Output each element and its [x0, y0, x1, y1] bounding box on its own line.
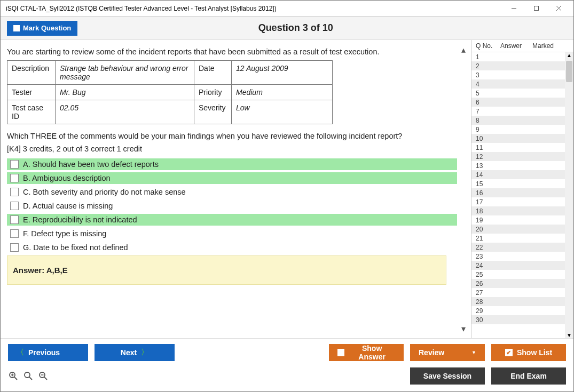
answer-option[interactable]: B. Ambiguous description [7, 172, 457, 184]
scroll-down-arrow-icon[interactable]: ▼ [567, 332, 572, 338]
option-text: C. Both severity and priority do not mak… [23, 188, 186, 196]
question-counter: Question 3 of 10 [77, 22, 567, 34]
incident-table: Description Strange tab behaviour and wr… [7, 60, 333, 124]
svg-rect-1 [534, 6, 538, 11]
question-list-row[interactable]: 8 [471, 116, 573, 125]
option-checkbox[interactable] [10, 215, 19, 224]
window-controls [503, 2, 569, 15]
titlebar: iSQI CTAL-TA_Syll2012 (ISTQB Certified T… [1, 1, 573, 17]
option-text: B. Ambiguous description [23, 174, 111, 182]
question-list-row[interactable]: 28 [471, 297, 573, 306]
save-session-button[interactable]: Save Session [410, 367, 485, 385]
answer-option[interactable]: D. Actual cause is missing [7, 200, 457, 212]
option-checkbox[interactable] [10, 188, 19, 196]
answer-option[interactable]: F. Defect type is missing [7, 228, 457, 239]
question-intro: You are starting to review some of the i… [7, 47, 457, 56]
question-list-row[interactable]: 22 [471, 243, 573, 252]
end-exam-button[interactable]: End Exam [491, 367, 566, 385]
question-list-row[interactable]: 17 [471, 197, 573, 206]
zoom-reset-icon[interactable] [8, 371, 19, 381]
chevron-down-icon: ▼ [471, 350, 476, 355]
answer-option[interactable]: C. Both severity and priority do not mak… [7, 186, 457, 198]
question-prompt: Which THREE of the comments would be you… [7, 132, 457, 140]
question-list-row[interactable]: 25 [471, 270, 573, 279]
scroll-up-icon[interactable]: ▴ [459, 45, 468, 54]
scrollbar-thumb[interactable] [566, 61, 572, 82]
checkbox-icon [337, 349, 344, 356]
zoom-out-icon[interactable] [38, 371, 49, 381]
mark-question-label: Mark Question [23, 24, 71, 32]
question-list-row[interactable]: 1 [471, 52, 573, 61]
checkbox-checked-icon: ✔ [505, 349, 513, 356]
question-list-row[interactable]: 15 [471, 179, 573, 188]
question-list-row[interactable]: 20 [471, 225, 573, 234]
answer-option[interactable]: A. Should have been two defect reports [7, 158, 457, 170]
checkbox-icon [13, 25, 20, 31]
show-answer-button[interactable]: Show Answer [329, 344, 404, 361]
question-list-row[interactable]: 7 [471, 107, 573, 116]
question-list-row[interactable]: 27 [471, 288, 573, 297]
option-checkbox[interactable] [10, 229, 19, 238]
mark-question-button[interactable]: Mark Question [7, 21, 77, 36]
question-list-row[interactable]: 2 [471, 61, 573, 70]
option-text: D. Actual cause is missing [23, 202, 113, 210]
answer-box: Answer: A,B,E [7, 255, 446, 285]
svg-line-5 [14, 377, 17, 380]
col-marked: Marked [532, 42, 571, 50]
option-text: G. Date to be fixed not defined [23, 243, 128, 252]
question-list-row[interactable]: 6 [471, 98, 573, 107]
question-scoring: [K4] 3 credits, 2 out of 3 correct 1 cre… [7, 145, 457, 153]
answer-option[interactable]: G. Date to be fixed not defined [7, 242, 457, 253]
zoom-controls [8, 371, 49, 381]
question-list-row[interactable]: 29 [471, 306, 573, 315]
question-list-row[interactable]: 24 [471, 261, 573, 270]
question-list-row[interactable]: 18 [471, 206, 573, 215]
window-title: iSQI CTAL-TA_Syll2012 (ISTQB Certified T… [6, 5, 277, 12]
option-text: F. Defect type is missing [23, 229, 106, 238]
question-list-scrollbar[interactable]: ▲ ▼ [565, 52, 573, 338]
question-list-row[interactable]: 23 [471, 252, 573, 261]
question-list-panel: Q No. Answer Marked 12345678910111213141… [471, 40, 573, 338]
question-list-row[interactable]: 11 [471, 143, 573, 152]
topbar: Mark Question Question 3 of 10 [1, 17, 573, 40]
option-checkbox[interactable] [10, 174, 19, 182]
close-button[interactable] [548, 2, 569, 15]
scroll-down-icon[interactable]: ▾ [459, 324, 468, 333]
question-list-row[interactable]: 4 [471, 79, 573, 89]
footer: 〈 Previous Next 〉 Show Answer Review ▼ ✔… [1, 338, 573, 391]
chevron-left-icon: 〈 [17, 348, 24, 357]
zoom-in-icon[interactable] [23, 371, 34, 381]
col-qno: Q No. [476, 42, 500, 50]
question-list-row[interactable]: 16 [471, 188, 573, 197]
svg-point-8 [25, 372, 30, 378]
scroll-up-arrow-icon[interactable]: ▲ [567, 52, 572, 58]
next-button[interactable]: Next 〉 [95, 344, 175, 361]
question-list-row[interactable]: 12 [471, 152, 573, 161]
option-text: A. Should have been two defect reports [23, 160, 159, 169]
question-list-row[interactable]: 19 [471, 215, 573, 225]
question-list-row[interactable]: 9 [471, 125, 573, 134]
chevron-right-icon: 〉 [141, 348, 148, 357]
review-button[interactable]: Review ▼ [410, 344, 485, 361]
option-text: E. Reproducibility is not indicated [23, 215, 137, 224]
question-list-header: Q No. Answer Marked [471, 40, 573, 52]
question-list-row[interactable]: 30 [471, 315, 573, 324]
question-panel: ▴ You are starting to review some of the… [1, 40, 471, 338]
question-list-row[interactable]: 14 [471, 170, 573, 179]
question-list-row[interactable]: 13 [471, 161, 573, 170]
previous-button[interactable]: 〈 Previous [8, 344, 88, 361]
question-list-row[interactable]: 21 [471, 234, 573, 243]
minimize-button[interactable] [503, 2, 524, 15]
option-checkbox[interactable] [10, 160, 19, 169]
question-list-row[interactable]: 3 [471, 70, 573, 79]
question-list-row[interactable]: 5 [471, 89, 573, 98]
option-checkbox[interactable] [10, 243, 19, 252]
svg-line-11 [44, 377, 47, 380]
col-answer: Answer [500, 42, 532, 50]
question-list-row[interactable]: 26 [471, 279, 573, 288]
question-list-row[interactable]: 10 [471, 134, 573, 143]
show-list-button[interactable]: ✔ Show List [491, 344, 566, 361]
answer-option[interactable]: E. Reproducibility is not indicated [7, 214, 457, 226]
option-checkbox[interactable] [10, 202, 19, 210]
maximize-button[interactable] [525, 2, 547, 15]
